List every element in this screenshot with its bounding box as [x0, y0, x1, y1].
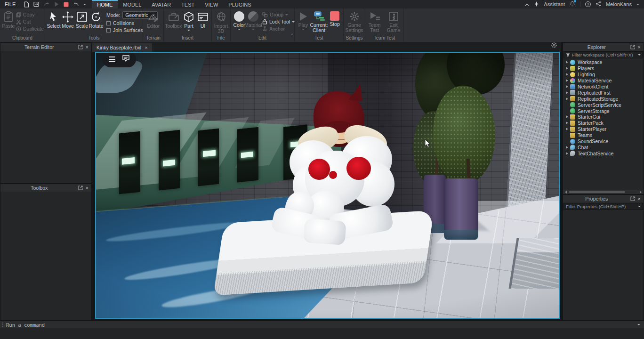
collapse-ribbon-icon[interactable] [525, 1, 529, 7]
toolbox-popout-icon[interactable] [78, 186, 83, 190]
toolbox-button[interactable]: Toolbox [166, 10, 181, 29]
quick-access-caret-icon[interactable] [83, 4, 86, 5]
assistant-button[interactable]: Assistant [544, 1, 565, 7]
viewport-3d[interactable] [95, 52, 560, 319]
stop-icon[interactable] [64, 2, 69, 7]
properties-close-icon[interactable]: × [638, 196, 641, 201]
explorer-popout-icon[interactable] [630, 45, 635, 49]
terrain-editor-close-icon[interactable]: × [86, 45, 89, 49]
tab-view[interactable]: VIEW [200, 0, 223, 8]
tree-item-replicatedfirst[interactable]: ReplicatedFirst [563, 89, 644, 96]
tree-item-lighting[interactable]: Lighting [563, 72, 644, 78]
command-bar-caret-icon[interactable] [637, 324, 640, 325]
explorer-horizontal-scrollbar[interactable] [563, 190, 644, 194]
quick-access-toolbar [20, 0, 90, 8]
toolbox-close-icon[interactable]: × [86, 186, 89, 190]
move-tool-button[interactable]: Move [61, 10, 74, 29]
hamburger-menu-icon[interactable] [109, 56, 115, 62]
tree-item-replicatedstorage[interactable]: ReplicatedStorage [563, 96, 644, 102]
copy-button[interactable]: Copy [16, 12, 44, 17]
exit-game-button[interactable]: ExitGame [386, 10, 402, 33]
terrain-editor-popout-icon[interactable] [78, 45, 83, 49]
user-menu-caret-icon[interactable] [636, 4, 639, 5]
collisions-checkbox-box[interactable] [106, 21, 111, 25]
tree-item-starterplayer[interactable]: StarterPlayer [563, 126, 644, 132]
explorer-filter-caret-icon[interactable] [638, 54, 641, 56]
properties-filter-caret-icon[interactable] [638, 206, 641, 207]
game-settings-button[interactable]: GameSettings [346, 10, 363, 33]
notifications-bell-icon[interactable] [570, 1, 575, 8]
tree-item-players[interactable]: Players [563, 65, 644, 72]
play-button[interactable]: Play [297, 10, 310, 30]
material-caret-icon[interactable] [252, 29, 255, 30]
properties-popout-icon[interactable] [630, 196, 635, 201]
new-file-icon[interactable] [24, 1, 29, 8]
tab-home[interactable]: HOME [92, 0, 118, 8]
tree-item-textchatservice[interactable]: TextChatService [563, 150, 644, 156]
join-surfaces-checkbox-box[interactable] [106, 28, 111, 32]
team-test-button[interactable]: TeamTest [367, 10, 382, 33]
tab-plugins[interactable]: PLUGINS [223, 0, 256, 8]
terrain-group-label: Terrain [145, 35, 161, 41]
viewport-tab[interactable]: Kinky Baseplate.rbxl × [92, 43, 152, 52]
duplicate-button[interactable]: Duplicate [16, 26, 44, 32]
tree-item-serverscriptservice[interactable]: ServerScriptService [563, 102, 644, 108]
tree-item-workspace[interactable]: Workspace [563, 59, 644, 65]
paste-button[interactable]: Paste [2, 10, 15, 29]
command-input[interactable]: Run a command [6, 322, 45, 328]
stop-button[interactable]: Stop [328, 10, 341, 27]
cut-button[interactable]: Cut [16, 19, 44, 24]
scrollbar-thumb[interactable] [569, 191, 625, 193]
lock-tool-button[interactable]: Lock Tool [262, 19, 295, 24]
tree-item-serverstorage[interactable]: ServerStorage [563, 108, 644, 114]
explorer-close-icon[interactable]: × [638, 45, 641, 49]
select-tool-button[interactable]: Select [47, 10, 60, 29]
part-caret-icon[interactable] [187, 30, 190, 31]
tree-item-soundservice[interactable]: SoundService [563, 138, 644, 145]
tab-model[interactable]: MODEL [118, 0, 146, 8]
anchor-button[interactable]: Anchor [262, 26, 295, 32]
rotate-tool-button[interactable]: Rotate [89, 10, 103, 29]
material-button[interactable]: Material [247, 10, 260, 30]
redo-icon[interactable] [44, 2, 50, 7]
command-bar[interactable]: Run a command [0, 321, 644, 328]
tree-item-networkclient[interactable]: NetworkClient [563, 84, 644, 90]
starter-pack-icon [570, 121, 575, 126]
undo-icon[interactable] [73, 2, 79, 7]
tree-item-chat[interactable]: Chat [563, 144, 644, 150]
play-caret-icon[interactable] [302, 29, 305, 30]
play-icon[interactable] [54, 1, 59, 7]
group-button[interactable]: Group [262, 12, 295, 17]
color-button[interactable]: Color [233, 10, 246, 30]
viewport-tab-close-icon[interactable]: × [145, 45, 147, 50]
explorer-filter-input[interactable]: Filter workspace (Ctrl+Shift+X) [564, 51, 643, 58]
scroll-left-arrow-icon[interactable] [565, 191, 567, 194]
game-scene[interactable] [96, 53, 559, 318]
ui-button[interactable]: UI [196, 10, 209, 29]
scale-tool-button[interactable]: Scale [75, 10, 89, 29]
part-button[interactable]: Part [182, 10, 195, 31]
tab-test[interactable]: TEST [176, 0, 200, 8]
tree-item-materialservice[interactable]: MaterialService [563, 78, 644, 84]
help-icon[interactable]: ? [585, 1, 591, 7]
terrain-editor-button[interactable]: Editor [145, 10, 161, 29]
properties-filter-input[interactable]: Filter Properties (Ctrl+Shift+P) [564, 203, 643, 210]
chat-bubble-icon[interactable] [122, 55, 130, 64]
drag-handle-icon[interactable] [0, 323, 6, 327]
tab-avatar[interactable]: AVATAR [146, 0, 176, 8]
current-client-button[interactable]: Current:Client [311, 10, 327, 33]
share-icon[interactable] [596, 1, 601, 8]
open-file-icon[interactable] [33, 1, 40, 7]
tree-item-starterpack[interactable]: StarterPack [563, 120, 644, 126]
import-3d-button[interactable]: Import3D [214, 10, 228, 34]
tree-item-startergui[interactable]: StarterGui [563, 114, 644, 120]
viewport-settings-gear-icon[interactable] [551, 42, 561, 52]
file-menu[interactable]: FILE [0, 0, 20, 8]
scroll-right-arrow-icon[interactable] [640, 191, 642, 194]
username-label[interactable]: MelonKans [606, 1, 632, 7]
edit-dialog-launcher-icon[interactable]: ⌟ [291, 31, 293, 35]
wall-screen [159, 130, 180, 191]
server-script-service-icon [570, 102, 575, 107]
tree-item-teams[interactable]: Teams [563, 132, 644, 138]
color-caret-icon[interactable] [238, 29, 241, 30]
